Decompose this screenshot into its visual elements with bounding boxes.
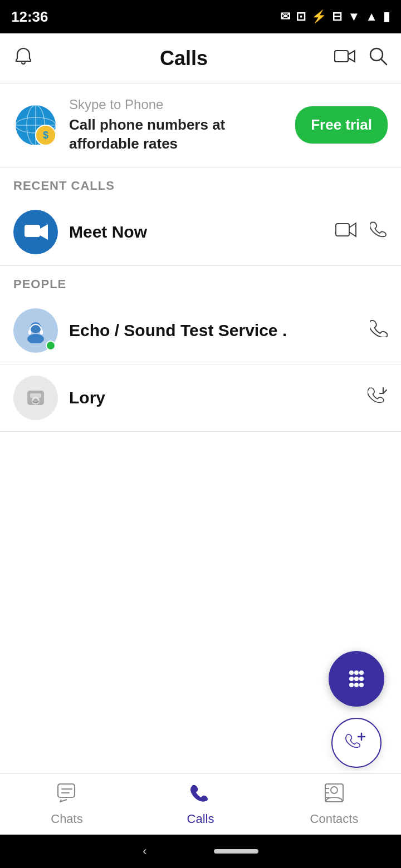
video-call-icon[interactable]	[334, 48, 355, 68]
photo-icon: ⊡	[296, 9, 306, 24]
svg-rect-14	[28, 330, 31, 334]
skype-globe-icon: $	[13, 103, 58, 147]
lory-phone-icon[interactable]	[368, 386, 388, 410]
search-icon[interactable]	[369, 47, 388, 70]
lory-avatar	[13, 376, 58, 420]
vibrate-icon: ⊟	[332, 9, 342, 24]
svg-rect-31	[58, 784, 75, 797]
header: Calls	[0, 33, 401, 83]
battery-icon: ▮	[383, 9, 390, 24]
svg-point-21	[354, 670, 359, 675]
calls-nav-icon	[190, 783, 211, 807]
chats-nav-label: Chats	[51, 812, 82, 826]
meet-now-avatar	[13, 210, 58, 254]
svg-point-24	[354, 677, 359, 681]
svg-rect-10	[25, 225, 40, 237]
system-nav-bar: ‹	[0, 835, 401, 868]
svg-rect-0	[335, 51, 348, 62]
contacts-nav-label: Contacts	[310, 812, 359, 826]
svg-point-25	[359, 677, 364, 681]
status-time: 12:36	[11, 8, 48, 26]
svg-point-20	[349, 670, 354, 675]
svg-rect-15	[40, 330, 43, 334]
echo-service-item[interactable]: Echo / Sound Test Service .	[0, 297, 401, 364]
nav-item-chats[interactable]: Chats	[22, 783, 111, 826]
header-actions	[334, 47, 388, 70]
echo-service-phone-icon[interactable]	[370, 319, 388, 341]
lory-name: Lory	[69, 388, 368, 407]
svg-point-27	[354, 683, 359, 687]
svg-point-1	[370, 48, 383, 61]
message-icon: ✉	[280, 9, 290, 24]
skype-banner-description: Call phone numbers at affordable rates	[69, 116, 286, 154]
add-call-fab-button[interactable]	[331, 718, 382, 768]
back-button[interactable]: ‹	[143, 844, 146, 859]
contacts-nav-icon	[324, 783, 344, 807]
people-label: PEOPLE	[0, 266, 401, 297]
status-bar: 12:36 ✉ ⊡ ⚡ ⊟ ▼ ▲ ▮	[0, 0, 401, 33]
echo-service-avatar	[13, 308, 58, 353]
recent-calls-label: RECENT CALLS	[0, 167, 401, 199]
calls-nav-label: Calls	[187, 812, 214, 826]
svg-rect-11	[336, 224, 349, 236]
wifi-icon: ▼	[348, 9, 360, 24]
free-trial-button[interactable]: Free trial	[295, 106, 388, 144]
notification-bell-icon[interactable]	[13, 46, 33, 70]
fab-container	[329, 651, 384, 768]
meet-now-actions	[335, 221, 388, 243]
dialpad-fab-button[interactable]	[329, 651, 384, 707]
meet-now-item[interactable]: Meet Now	[0, 199, 401, 266]
bluetooth-icon: ⚡	[311, 9, 326, 24]
nav-item-contacts[interactable]: Contacts	[290, 783, 379, 826]
svg-text:$: $	[43, 130, 48, 141]
skype-banner-title: Skype to Phone	[69, 97, 286, 112]
svg-point-35	[331, 787, 338, 793]
lory-actions	[368, 386, 388, 410]
home-indicator[interactable]	[214, 849, 258, 854]
status-icons: ✉ ⊡ ⚡ ⊟ ▼ ▲ ▮	[280, 9, 390, 24]
echo-service-name: Echo / Sound Test Service .	[69, 321, 370, 340]
svg-point-23	[349, 677, 354, 681]
svg-point-22	[359, 670, 364, 675]
svg-line-2	[382, 60, 387, 65]
echo-service-actions	[370, 319, 388, 341]
online-indicator	[46, 341, 56, 351]
chats-nav-icon	[57, 783, 77, 807]
svg-point-28	[359, 683, 364, 687]
lory-item[interactable]: Lory	[0, 364, 401, 432]
svg-point-13	[27, 334, 44, 343]
svg-point-26	[349, 683, 354, 687]
skype-banner: $ Skype to Phone Call phone numbers at a…	[0, 83, 401, 167]
page-title: Calls	[160, 47, 208, 70]
skype-banner-text: Skype to Phone Call phone numbers at aff…	[69, 97, 286, 154]
meet-now-video-icon[interactable]	[335, 222, 356, 241]
bottom-nav: Chats Calls Contacts	[0, 773, 401, 835]
meet-now-phone-icon[interactable]	[370, 221, 388, 243]
signal-icon: ▲	[365, 9, 378, 24]
meet-now-name: Meet Now	[69, 223, 335, 241]
nav-item-calls[interactable]: Calls	[156, 783, 245, 826]
svg-rect-19	[30, 393, 41, 398]
